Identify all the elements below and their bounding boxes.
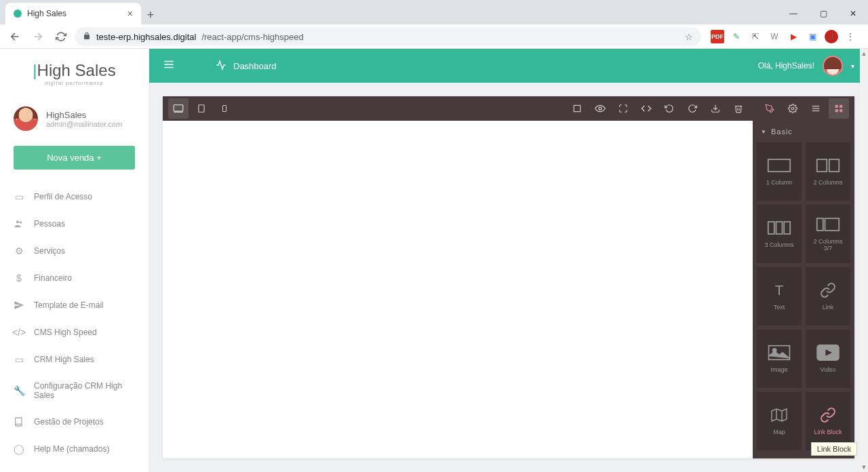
favicon-icon	[14, 9, 22, 18]
device-mobile-button[interactable]	[214, 98, 235, 119]
contact-icon: ▭	[14, 354, 24, 365]
svg-rect-9	[574, 105, 580, 111]
move-cursor-icon: ✥	[814, 408, 822, 419]
clear-button[interactable]	[728, 98, 749, 119]
logo: |High Sales digital performance	[0, 61, 149, 100]
sidebar: |High Sales digital performance HighSale…	[0, 49, 149, 472]
ext-icon-1[interactable]: ✎	[730, 30, 743, 43]
device-tablet-button[interactable]	[191, 98, 212, 119]
svg-rect-16	[840, 105, 842, 108]
star-icon[interactable]: ☆	[685, 32, 693, 42]
ext-pdf-icon[interactable]: PDF	[711, 30, 724, 43]
browser-menu-icon[interactable]: ⋮	[844, 30, 857, 43]
block-2-columns[interactable]: 2 Columns	[806, 142, 850, 201]
url-path: /react-app/cms-highspeed	[201, 32, 303, 42]
tooltip-link-block: Link Block	[811, 442, 857, 456]
ext-icon-4[interactable]: ▶	[787, 30, 800, 43]
code-button[interactable]	[636, 98, 656, 119]
block-map[interactable]: Map	[757, 392, 802, 450]
blocks-panel: ▼ Basic 1 Column 2 Columns 3 Columns 2 C…	[753, 121, 854, 458]
user-text: HighSales admin@mailinator.com	[46, 110, 122, 128]
menu-cms-high-speed[interactable]: </>CMS High Speed	[0, 319, 149, 346]
dashboard-link[interactable]: Dashboard	[216, 60, 277, 73]
pulse-icon	[216, 60, 226, 73]
menu-config-crm[interactable]: 🔧Configuração CRM High Sales	[0, 373, 149, 408]
code-icon: </>	[14, 327, 24, 338]
scroll-up-icon[interactable]: ▲	[860, 49, 868, 58]
address-bar: teste-erp.highsales.digital/react-app/cm…	[0, 24, 868, 49]
menu-gestao-projetos[interactable]: Gestão de Projetos	[0, 408, 149, 435]
editor-wrapper: ▼ Basic 1 Column 2 Columns 3 Columns 2 C…	[149, 83, 868, 472]
users-icon	[14, 218, 24, 229]
app-root: |High Sales digital performance HighSale…	[0, 49, 868, 472]
dollar-icon: $	[14, 273, 24, 283]
editor-canvas[interactable]	[163, 121, 753, 458]
ext-icon-2[interactable]: ⇱	[749, 30, 762, 43]
url-field[interactable]: teste-erp.highsales.digital/react-app/cm…	[75, 27, 701, 46]
import-button[interactable]	[705, 98, 726, 119]
fullscreen-button[interactable]	[613, 98, 633, 119]
outline-button[interactable]	[567, 98, 587, 119]
close-window-button[interactable]: ✕	[838, 3, 868, 24]
redo-button[interactable]	[682, 98, 703, 119]
user-email: admin@mailinator.com	[46, 120, 122, 128]
blocks-button[interactable]	[829, 98, 849, 119]
block-video[interactable]: Video	[806, 330, 850, 388]
block-1-column[interactable]: 1 Column	[757, 142, 802, 201]
forward-button[interactable]	[28, 27, 47, 46]
svg-rect-8	[223, 106, 226, 112]
ext-icon-5[interactable]: ▣	[806, 30, 819, 43]
user-block[interactable]: HighSales admin@mailinator.com	[0, 100, 149, 138]
life-ring-icon: ◯	[14, 444, 24, 454]
menu-pessoas[interactable]: Pessoas	[0, 210, 149, 237]
preview-button[interactable]	[590, 98, 610, 119]
panel-header-basic[interactable]: ▼ Basic	[753, 121, 854, 142]
device-desktop-button[interactable]	[168, 98, 189, 119]
back-button[interactable]	[5, 27, 24, 46]
reload-button[interactable]	[52, 27, 71, 46]
page-scrollbar[interactable]: ▲ ▼	[860, 49, 868, 472]
block-image[interactable]: Image	[757, 330, 802, 388]
hamburger-icon[interactable]	[163, 58, 175, 73]
browser-tab[interactable]: High Sales ×	[5, 3, 141, 24]
block-3-columns[interactable]: 3 Columns	[757, 205, 802, 263]
styles-button[interactable]	[760, 98, 780, 119]
maximize-button[interactable]: ▢	[808, 3, 838, 24]
chevron-down-icon[interactable]: ▾	[851, 62, 854, 70]
menu-perfil-acesso[interactable]: ▭Perfil de Acesso	[0, 183, 149, 210]
block-link[interactable]: Link	[806, 267, 850, 326]
new-sale-button[interactable]: Nova venda +	[14, 146, 135, 170]
block-2-columns-37[interactable]: 2 Columns 3/7	[806, 205, 850, 263]
editor-body: ▼ Basic 1 Column 2 Columns 3 Columns 2 C…	[163, 121, 854, 458]
profile-avatar[interactable]: J	[825, 30, 838, 43]
undo-button[interactable]	[659, 98, 679, 119]
svg-text:T: T	[775, 282, 784, 298]
menu-servicos[interactable]: ⚙Serviços	[0, 237, 149, 264]
block-text[interactable]: TText	[757, 267, 802, 326]
minimize-button[interactable]: —	[778, 3, 808, 24]
settings-button[interactable]	[783, 98, 803, 119]
greeting-text: Olá, HighSales!	[758, 61, 814, 71]
menu-crm-high-sales[interactable]: ▭CRM High Sales	[0, 346, 149, 373]
sidebar-menu: ▭Perfil de Acesso Pessoas ⚙Serviços $Fin…	[0, 178, 149, 468]
scroll-down-icon[interactable]: ▼	[860, 463, 868, 472]
blocks-grid: 1 Column 2 Columns 3 Columns 2 Columns 3…	[753, 142, 854, 454]
new-tab-button[interactable]: +	[141, 5, 160, 24]
svg-rect-19	[768, 159, 790, 172]
menu-help-me[interactable]: ◯Help Me (chamados)	[0, 435, 149, 463]
ext-icon-3[interactable]: W	[768, 30, 781, 43]
editor-toolbar	[163, 96, 854, 121]
svg-rect-26	[825, 218, 840, 231]
svg-rect-22	[768, 222, 774, 234]
tab-close-icon[interactable]: ×	[127, 8, 133, 19]
svg-rect-23	[776, 222, 783, 234]
menu-financeiro[interactable]: $Financeiro	[0, 264, 149, 292]
svg-point-1	[20, 221, 22, 223]
menu-template-email[interactable]: Template de E-mail	[0, 292, 149, 319]
svg-rect-25	[817, 218, 823, 231]
extension-icons: PDF ✎ ⇱ W ▶ ▣ J ⋮	[705, 30, 863, 43]
layers-button[interactable]	[806, 98, 826, 119]
device-group	[168, 98, 235, 119]
book-icon	[14, 416, 24, 427]
greeting-block[interactable]: Olá, HighSales! ▾	[758, 56, 854, 76]
